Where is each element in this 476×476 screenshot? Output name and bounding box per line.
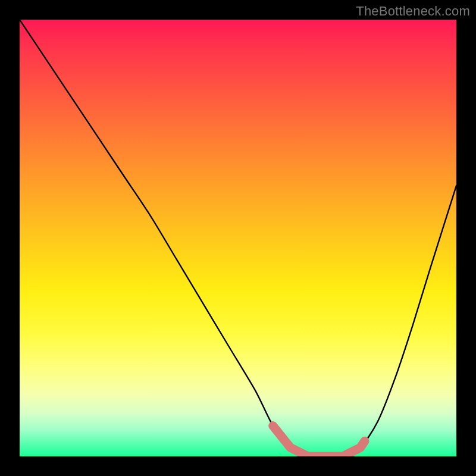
bottleneck-curve (20, 20, 456, 456)
plot-area (20, 20, 456, 456)
attribution-text: TheBottleneck.com (356, 4, 470, 19)
chart-container: TheBottleneck.com (0, 0, 476, 476)
